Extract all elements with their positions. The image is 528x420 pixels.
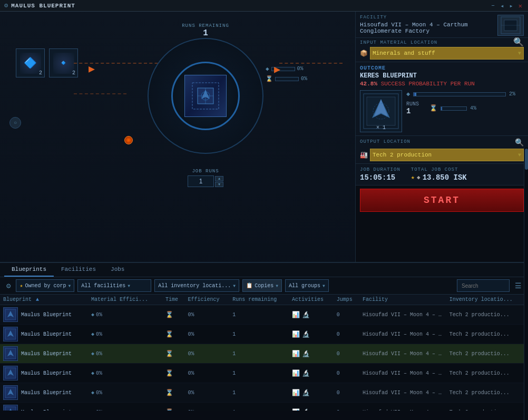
owner-star-icon: ★ [19, 282, 23, 289]
job-runs-label: JOB RUNS [188, 169, 223, 174]
facilities-filter-dropdown[interactable]: All facilities ▼ [77, 279, 151, 292]
cell-me: ◆ 0% [88, 344, 162, 364]
cell-me: ◆ 0% [88, 383, 162, 403]
table-row[interactable]: Maulus Blueprint ◆ 0% ⌛ 0% 1 📊 🔬 0 [0, 364, 528, 383]
outer-circle: RUNS REMAINING 1 [148, 38, 263, 154]
outcome-name: KERES BLUEPRINT [360, 72, 524, 80]
cell-te: 0% [184, 364, 229, 383]
activity-icon-2: 🔬 [302, 369, 310, 377]
inner-circle [171, 62, 240, 130]
cell-inventory: Tech 2 productio... [446, 305, 528, 325]
minimize-btn[interactable]: – [490, 2, 496, 10]
increment-btn[interactable]: ▲ [215, 176, 223, 181]
cell-me: ◆ 0% [88, 305, 162, 325]
filter-settings-icon[interactable]: ⚙ [4, 280, 13, 291]
table-body: Maulus Blueprint ◆ 0% ⌛ 0% 1 📊 🔬 0 [0, 305, 528, 411]
time-icon: ⌛ [165, 311, 173, 319]
owner-filter-arrow: ▼ [68, 284, 71, 288]
cell-te: 0% [184, 383, 229, 403]
cell-facility: Hisoufad VII – Moon 4 – Carthum Co [359, 344, 446, 364]
output-search-icon[interactable]: 🔍 [515, 138, 524, 147]
job-runs-input[interactable] [188, 175, 214, 187]
table-row[interactable]: Maulus Blueprint ◆ 0% ⌛ 0% 1 📊 🔬 0 [0, 403, 528, 411]
cell-inventory: Tech 2 productio... [446, 344, 528, 364]
cell-inventory: Tech 2 productio... [446, 325, 528, 344]
table-row[interactable]: Maulus Blueprint ◆ 0% ⌛ 0% 1 📊 🔬 0 [0, 344, 528, 364]
cell-me: ◆ 0% [88, 403, 162, 411]
outcome-stats: ◆ 2% RUNS 1 ⌛ [406, 90, 524, 115]
activity-icon-1: 📊 [292, 350, 300, 358]
col-runs: Runs remaining [229, 295, 289, 305]
close-btn[interactable]: ✕ [517, 2, 524, 10]
table-row[interactable]: Maulus Blueprint ◆ 0% ⌛ 0% 1 📊 🔬 0 [0, 383, 528, 403]
output-location-icon: 🏭 [360, 151, 368, 159]
output-location-label: OUTPUT LOCATION [360, 139, 410, 144]
time-icon: ⌛ [165, 331, 173, 338]
bp-thumbnail [3, 405, 18, 411]
type-filter-dropdown[interactable]: 📋 Copies ▼ [242, 279, 282, 292]
bp-thumbnail [3, 366, 18, 380]
type-filter-arrow: ▼ [276, 284, 278, 288]
start-button[interactable]: START [360, 189, 524, 212]
decrement-btn[interactable]: ▼ [215, 182, 223, 187]
connector-dot-center [124, 136, 133, 144]
right-arrow: ▶ [274, 63, 280, 76]
cell-runs: 1 [229, 403, 289, 411]
te-stat-bar [441, 106, 467, 111]
owner-filter-dropdown[interactable]: ★ Owned by corp ▼ [16, 279, 74, 292]
activity-icon-2: 🔬 [302, 330, 310, 338]
table-row[interactable]: Maulus Blueprint ◆ 0% ⌛ 0% 1 📊 🔬 0 [0, 305, 528, 325]
scrollbar-thumb[interactable] [525, 149, 528, 170]
facility-search-icon[interactable]: 🔍 [513, 37, 524, 47]
job-runs-control[interactable]: ▲ ▼ [188, 175, 223, 187]
me-stat-bar [413, 92, 506, 96]
cell-jumps: 0 [334, 344, 359, 364]
runs-te-row: RUNS 1 ⌛ 4% [406, 101, 524, 115]
bp-thumbnail [3, 327, 18, 341]
list-view-icon[interactable]: ☰ [513, 280, 524, 291]
me-icon: ◆ [91, 311, 94, 318]
title-bar: ⚙ MAULUS BLUEPRINT – ◂ ▸ ✕ [0, 0, 528, 12]
job-info-section: JOB DURATION 15:05:15 TOTAL JOB COST ★ ◆… [356, 164, 528, 185]
cell-name: Maulus Blueprint [0, 305, 88, 325]
table-row[interactable]: Maulus Blueprint ◆ 0% ⌛ 0% 1 📊 🔬 0 [0, 325, 528, 344]
cell-facility: Hisoufad VII – Moon 4 – Carthum Co [359, 364, 446, 383]
input-items: 🔷 2 🔹 2 [16, 48, 78, 77]
nav-prev-btn[interactable]: ◂ [498, 2, 505, 10]
output-location-header: OUTPUT LOCATION 🔍 [360, 138, 524, 147]
inventory-filter-label: All inventory locati... [158, 283, 231, 289]
col-activities: Activities [289, 295, 334, 305]
spinner-buttons[interactable]: ▲ ▼ [215, 176, 223, 187]
cell-inventory: Tech 2 productio... [446, 383, 528, 403]
input-location-dropdown[interactable]: Minerals and stuff ▼ [370, 47, 524, 60]
output-location-section: OUTPUT LOCATION 🔍 🏭 Tech 2 production ▼ [356, 136, 528, 164]
outcome-item-box: × 1 [360, 90, 402, 132]
cell-te: 0% [184, 325, 229, 344]
cell-te: 0% [184, 403, 229, 411]
input-location-text: Minerals and stuff [373, 50, 435, 56]
circle-indicator: ○ [9, 117, 21, 129]
cell-te: 0% [184, 305, 229, 325]
activity-icon-2: 🔬 [302, 311, 310, 319]
me-icon: ◆ [91, 409, 94, 411]
inventory-filter-dropdown[interactable]: All inventory locati... ▼ [154, 279, 239, 292]
right-scrollbar[interactable] [524, 148, 528, 420]
cell-jumps: 0 [334, 305, 359, 325]
search-input[interactable] [457, 279, 510, 292]
nav-next-btn[interactable]: ▸ [508, 2, 515, 10]
outcome-display: × 1 ◆ 2% RUNS 1 [360, 90, 524, 132]
facility-section: FACILITY Hisoufad VII – Moon 4 – Carthum… [356, 12, 528, 38]
cell-name: Maulus Blueprint [0, 403, 88, 411]
cell-activities: 📊 🔬 [289, 344, 334, 364]
output-location-dropdown[interactable]: Tech 2 production ▼ [370, 149, 524, 161]
tab-blueprints[interactable]: Blueprints [4, 263, 54, 277]
groups-filter-dropdown[interactable]: All groups ▼ [285, 279, 329, 292]
te-stat-value: 4% [470, 105, 485, 111]
job-cost-display: TOTAL JOB COST ★ ◆ 13.850 ISK [411, 167, 467, 182]
cell-activities: 📊 🔬 [289, 305, 334, 325]
tab-facilities[interactable]: Facilities [54, 263, 103, 277]
tab-jobs[interactable]: Jobs [103, 263, 132, 277]
input-item-1[interactable]: 🔷 2 [16, 48, 45, 77]
cell-facility: Hisoufad VII – Moon 4 – Carthum Co [359, 325, 446, 344]
diamond-icon: ◆ [266, 65, 269, 72]
